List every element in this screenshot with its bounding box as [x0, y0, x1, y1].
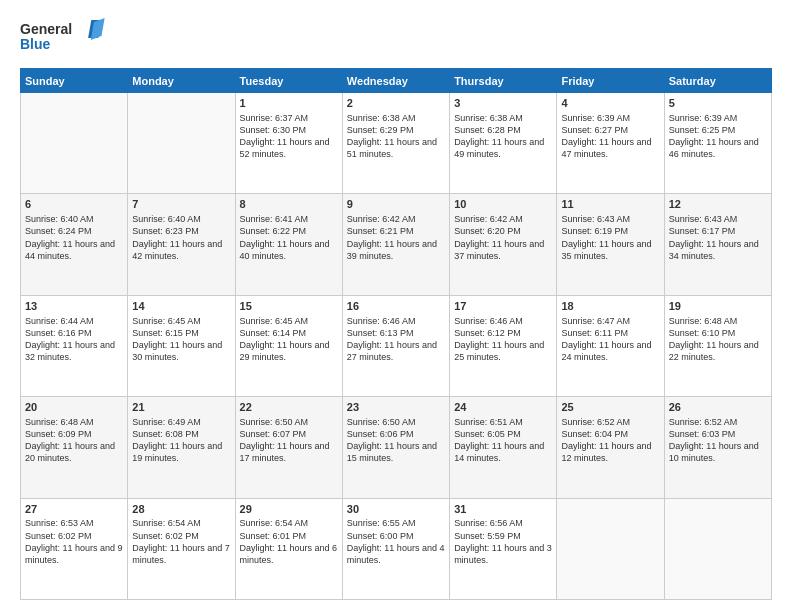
cell-text: Sunrise: 6:38 AM [347, 112, 445, 124]
day-number: 19 [669, 299, 767, 314]
svg-text:Blue: Blue [20, 36, 51, 52]
calendar-cell: 30Sunrise: 6:55 AMSunset: 6:00 PMDayligh… [342, 498, 449, 599]
calendar-cell: 10Sunrise: 6:42 AMSunset: 6:20 PMDayligh… [450, 194, 557, 295]
cell-text: Sunset: 6:04 PM [561, 428, 659, 440]
cell-text: Sunset: 6:12 PM [454, 327, 552, 339]
week-row-2: 6Sunrise: 6:40 AMSunset: 6:24 PMDaylight… [21, 194, 772, 295]
cell-text: Sunrise: 6:46 AM [454, 315, 552, 327]
day-number: 25 [561, 400, 659, 415]
day-number: 31 [454, 502, 552, 517]
cell-text: Sunset: 6:25 PM [669, 124, 767, 136]
cell-text: Sunset: 6:14 PM [240, 327, 338, 339]
cell-text: Sunrise: 6:43 AM [669, 213, 767, 225]
week-row-3: 13Sunrise: 6:44 AMSunset: 6:16 PMDayligh… [21, 295, 772, 396]
cell-text: Sunset: 6:13 PM [347, 327, 445, 339]
cell-text: Sunrise: 6:45 AM [240, 315, 338, 327]
calendar-cell: 19Sunrise: 6:48 AMSunset: 6:10 PMDayligh… [664, 295, 771, 396]
day-number: 13 [25, 299, 123, 314]
day-number: 11 [561, 197, 659, 212]
calendar-cell: 9Sunrise: 6:42 AMSunset: 6:21 PMDaylight… [342, 194, 449, 295]
header-day-saturday: Saturday [664, 69, 771, 93]
calendar-cell: 14Sunrise: 6:45 AMSunset: 6:15 PMDayligh… [128, 295, 235, 396]
day-number: 16 [347, 299, 445, 314]
calendar-cell: 24Sunrise: 6:51 AMSunset: 6:05 PMDayligh… [450, 397, 557, 498]
cell-text: Sunset: 6:22 PM [240, 225, 338, 237]
cell-text: Daylight: 11 hours and 47 minutes. [561, 136, 659, 160]
calendar-cell [128, 93, 235, 194]
cell-text: Sunrise: 6:52 AM [669, 416, 767, 428]
week-row-1: 1Sunrise: 6:37 AMSunset: 6:30 PMDaylight… [21, 93, 772, 194]
day-number: 20 [25, 400, 123, 415]
day-number: 12 [669, 197, 767, 212]
calendar-cell: 31Sunrise: 6:56 AMSunset: 5:59 PMDayligh… [450, 498, 557, 599]
cell-text: Daylight: 11 hours and 34 minutes. [669, 238, 767, 262]
cell-text: Daylight: 11 hours and 9 minutes. [25, 542, 123, 566]
logo-text: General Blue [20, 16, 110, 60]
day-number: 26 [669, 400, 767, 415]
day-number: 24 [454, 400, 552, 415]
logo: General Blue [20, 16, 110, 60]
calendar-table: SundayMondayTuesdayWednesdayThursdayFrid… [20, 68, 772, 600]
day-number: 21 [132, 400, 230, 415]
calendar-cell [557, 498, 664, 599]
cell-text: Sunrise: 6:39 AM [561, 112, 659, 124]
calendar-cell: 3Sunrise: 6:38 AMSunset: 6:28 PMDaylight… [450, 93, 557, 194]
cell-text: Sunset: 6:11 PM [561, 327, 659, 339]
cell-text: Sunset: 6:24 PM [25, 225, 123, 237]
cell-text: Daylight: 11 hours and 46 minutes. [669, 136, 767, 160]
header-day-monday: Monday [128, 69, 235, 93]
cell-text: Sunset: 6:03 PM [669, 428, 767, 440]
day-number: 18 [561, 299, 659, 314]
cell-text: Sunrise: 6:54 AM [240, 517, 338, 529]
cell-text: Daylight: 11 hours and 12 minutes. [561, 440, 659, 464]
cell-text: Daylight: 11 hours and 24 minutes. [561, 339, 659, 363]
cell-text: Daylight: 11 hours and 42 minutes. [132, 238, 230, 262]
cell-text: Sunset: 6:21 PM [347, 225, 445, 237]
cell-text: Daylight: 11 hours and 49 minutes. [454, 136, 552, 160]
calendar-cell: 25Sunrise: 6:52 AMSunset: 6:04 PMDayligh… [557, 397, 664, 498]
calendar-cell: 23Sunrise: 6:50 AMSunset: 6:06 PMDayligh… [342, 397, 449, 498]
cell-text: Sunset: 6:28 PM [454, 124, 552, 136]
calendar-cell: 28Sunrise: 6:54 AMSunset: 6:02 PMDayligh… [128, 498, 235, 599]
header-day-tuesday: Tuesday [235, 69, 342, 93]
cell-text: Daylight: 11 hours and 14 minutes. [454, 440, 552, 464]
calendar-cell: 13Sunrise: 6:44 AMSunset: 6:16 PMDayligh… [21, 295, 128, 396]
cell-text: Sunrise: 6:44 AM [25, 315, 123, 327]
day-number: 29 [240, 502, 338, 517]
calendar-cell: 15Sunrise: 6:45 AMSunset: 6:14 PMDayligh… [235, 295, 342, 396]
cell-text: Sunset: 6:19 PM [561, 225, 659, 237]
calendar-cell: 21Sunrise: 6:49 AMSunset: 6:08 PMDayligh… [128, 397, 235, 498]
day-number: 4 [561, 96, 659, 111]
cell-text: Sunrise: 6:48 AM [25, 416, 123, 428]
cell-text: Sunset: 6:02 PM [25, 530, 123, 542]
cell-text: Daylight: 11 hours and 4 minutes. [347, 542, 445, 566]
day-number: 1 [240, 96, 338, 111]
cell-text: Sunrise: 6:54 AM [132, 517, 230, 529]
calendar-cell: 27Sunrise: 6:53 AMSunset: 6:02 PMDayligh… [21, 498, 128, 599]
cell-text: Daylight: 11 hours and 37 minutes. [454, 238, 552, 262]
logo-svg: General Blue [20, 16, 110, 56]
cell-text: Daylight: 11 hours and 35 minutes. [561, 238, 659, 262]
week-row-5: 27Sunrise: 6:53 AMSunset: 6:02 PMDayligh… [21, 498, 772, 599]
svg-text:General: General [20, 21, 72, 37]
cell-text: Sunrise: 6:40 AM [132, 213, 230, 225]
header-day-friday: Friday [557, 69, 664, 93]
cell-text: Daylight: 11 hours and 44 minutes. [25, 238, 123, 262]
cell-text: Sunrise: 6:38 AM [454, 112, 552, 124]
cell-text: Daylight: 11 hours and 32 minutes. [25, 339, 123, 363]
page: General Blue SundayMondayTuesdayWednesda… [0, 0, 792, 612]
calendar-cell: 1Sunrise: 6:37 AMSunset: 6:30 PMDaylight… [235, 93, 342, 194]
cell-text: Sunrise: 6:50 AM [347, 416, 445, 428]
calendar-cell: 22Sunrise: 6:50 AMSunset: 6:07 PMDayligh… [235, 397, 342, 498]
cell-text: Sunset: 6:29 PM [347, 124, 445, 136]
calendar-cell: 6Sunrise: 6:40 AMSunset: 6:24 PMDaylight… [21, 194, 128, 295]
cell-text: Sunset: 6:01 PM [240, 530, 338, 542]
cell-text: Sunset: 6:30 PM [240, 124, 338, 136]
cell-text: Sunrise: 6:37 AM [240, 112, 338, 124]
cell-text: Sunrise: 6:56 AM [454, 517, 552, 529]
day-number: 15 [240, 299, 338, 314]
day-number: 9 [347, 197, 445, 212]
day-number: 3 [454, 96, 552, 111]
cell-text: Sunset: 6:23 PM [132, 225, 230, 237]
calendar-cell [664, 498, 771, 599]
